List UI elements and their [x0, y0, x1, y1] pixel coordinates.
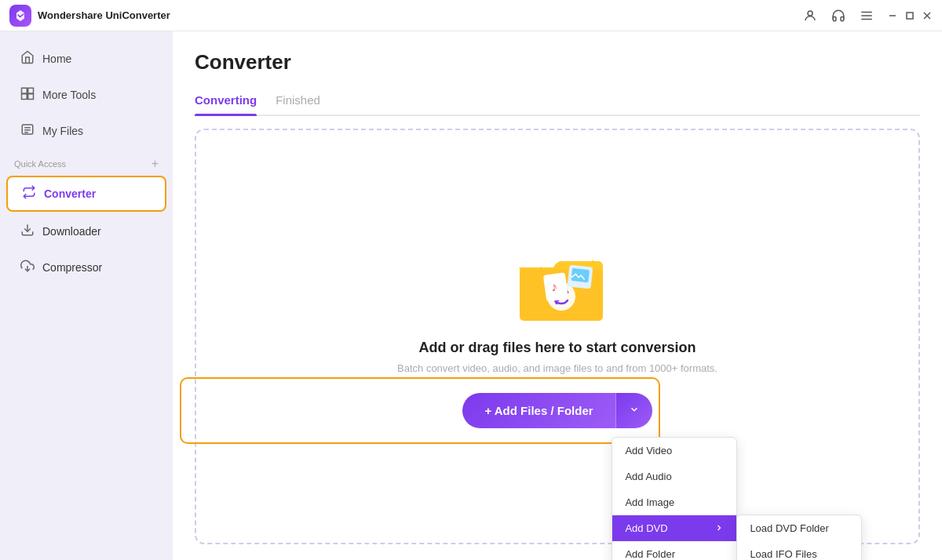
- minimize-button[interactable]: [887, 10, 898, 21]
- titlebar-controls: [802, 8, 933, 24]
- sidebar-item-more-tools[interactable]: More Tools: [6, 78, 166, 111]
- app-logo: [9, 5, 31, 27]
- sidebar: Home More Tools My Files Quick Access + …: [0, 31, 173, 560]
- user-icon[interactable]: [802, 8, 818, 24]
- page-title: Converter: [195, 50, 920, 75]
- sidebar-downloader-label: Downloader: [42, 225, 101, 238]
- dropdown-add-image[interactable]: Add Image: [612, 489, 736, 515]
- dropdown-add-audio[interactable]: Add Audio: [612, 464, 736, 489]
- window-controls: [887, 10, 933, 21]
- add-files-button[interactable]: + Add Files / Folder: [462, 393, 615, 428]
- svg-point-0: [808, 11, 812, 16]
- svg-text:✦: ✦: [595, 283, 601, 290]
- quick-access-header: Quick Access +: [0, 149, 173, 174]
- sidebar-my-files-label: My Files: [42, 125, 83, 137]
- dropdown-menu: Add Video Add Audio Add Image Add DVD Lo…: [612, 437, 737, 561]
- sidebar-item-compressor[interactable]: Compressor: [6, 251, 166, 284]
- svg-rect-9: [28, 88, 34, 93]
- home-icon: [20, 50, 35, 67]
- tab-converting[interactable]: Converting: [195, 87, 257, 115]
- drop-area-subtitle: Batch convert video, audio, and image fi…: [397, 362, 717, 374]
- dropdown-add-folder[interactable]: Add Folder: [612, 541, 736, 561]
- quick-access-label: Quick Access: [14, 159, 66, 169]
- downloader-icon: [20, 223, 35, 240]
- svg-text:✦: ✦: [589, 257, 597, 268]
- titlebar: Wondershare UniConverter: [0, 0, 942, 31]
- sidebar-item-home[interactable]: Home: [6, 42, 166, 75]
- folder-illustration: ♪ ✦ ✦ ✦: [510, 245, 604, 324]
- main-content: Converter Converting Finished: [173, 31, 942, 560]
- menu-icon[interactable]: [859, 8, 874, 24]
- sidebar-compressor-label: Compressor: [42, 261, 102, 274]
- svg-rect-10: [22, 94, 27, 100]
- app-body: Home More Tools My Files Quick Access + …: [0, 31, 942, 560]
- my-files-icon: [20, 122, 35, 140]
- close-button[interactable]: [922, 10, 933, 21]
- maximize-button[interactable]: [904, 10, 915, 21]
- app-name: Wondershare UniConverter: [38, 9, 170, 21]
- sidebar-item-converter[interactable]: Converter: [6, 176, 166, 212]
- quick-access-add-button[interactable]: +: [152, 157, 159, 171]
- submenu-load-ifo-files[interactable]: Load IFO Files: [737, 541, 861, 561]
- dropdown-add-video[interactable]: Add Video: [612, 438, 736, 464]
- tab-finished[interactable]: Finished: [276, 87, 320, 115]
- compressor-icon: [20, 259, 35, 276]
- svg-rect-8: [22, 88, 27, 93]
- sidebar-item-my-files[interactable]: My Files: [6, 115, 166, 147]
- svg-text:✦: ✦: [539, 265, 544, 272]
- tabs-bar: Converting Finished: [195, 87, 920, 116]
- drop-area-title: Add or drag files here to start conversi…: [418, 340, 696, 356]
- sidebar-converter-label: Converter: [44, 187, 96, 200]
- titlebar-left: Wondershare UniConverter: [9, 5, 170, 27]
- dropdown-add-dvd[interactable]: Add DVD Load DVD Folder Load IFO Files L…: [612, 515, 736, 541]
- add-files-row: + Add Files / Folder Add Video Add Audio…: [462, 393, 652, 428]
- sidebar-more-tools-label: More Tools: [42, 89, 96, 101]
- headphones-icon[interactable]: [831, 8, 846, 24]
- dvd-submenu: Load DVD Folder Load IFO Files Load ISO …: [736, 515, 862, 561]
- sidebar-home-label: Home: [42, 53, 71, 65]
- drop-area[interactable]: ♪ ✦ ✦ ✦ Add or drag files here to start …: [195, 129, 920, 544]
- more-tools-icon: [20, 86, 35, 104]
- add-files-dropdown-button[interactable]: [615, 393, 652, 428]
- svg-rect-5: [907, 13, 913, 19]
- converter-icon: [22, 185, 36, 202]
- submenu-load-dvd-folder[interactable]: Load DVD Folder: [737, 515, 861, 541]
- svg-rect-11: [28, 94, 34, 100]
- add-files-label: + Add Files / Folder: [484, 404, 593, 417]
- sidebar-item-downloader[interactable]: Downloader: [6, 215, 166, 248]
